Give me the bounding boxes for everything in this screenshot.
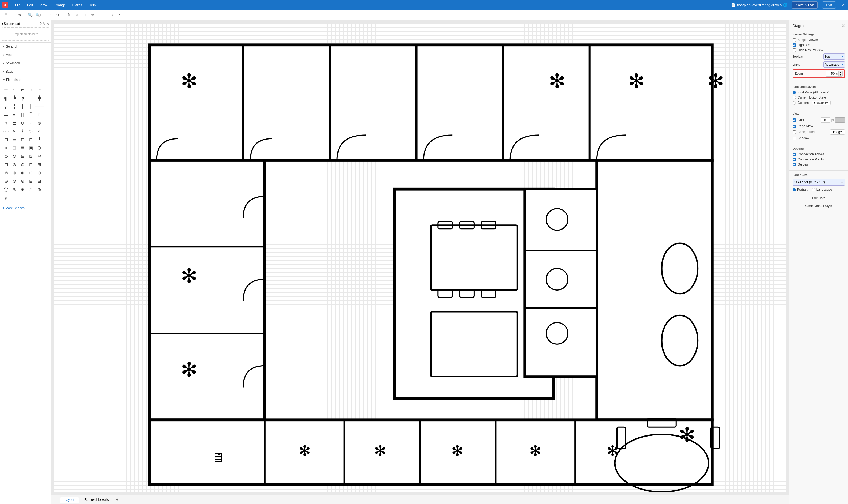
zoom-up-btn[interactable]: ▲	[838, 71, 842, 74]
shape-item[interactable]: ⊞	[35, 161, 43, 168]
image-btn[interactable]: Image	[830, 129, 845, 135]
shape-item[interactable]: - - -	[2, 127, 10, 135]
shape-item[interactable]: ⊡	[27, 161, 35, 168]
shape-item[interactable]: ⎈	[2, 144, 10, 151]
shape-item[interactable]: ▬	[2, 111, 10, 119]
shape-item[interactable]: ⊕	[35, 119, 43, 127]
edit-data-btn[interactable]: Edit Data	[789, 194, 848, 202]
sidebar-misc-header[interactable]: ▶ Misc	[0, 51, 51, 59]
background-checkbox[interactable]	[793, 130, 796, 134]
page-view-checkbox[interactable]	[793, 125, 796, 128]
shape-item[interactable]: ⊡	[19, 136, 26, 143]
shape-item[interactable]: ⊙	[35, 169, 43, 177]
high-res-checkbox[interactable]	[793, 49, 796, 52]
scratchpad-edit-icon[interactable]: ✎	[42, 22, 45, 26]
shape-item[interactable]: ◍	[35, 185, 43, 193]
zoom-value-input[interactable]	[826, 71, 836, 76]
menu-edit[interactable]: Edit	[24, 2, 36, 8]
shape-item[interactable]: ⊛	[2, 177, 10, 185]
shape-item[interactable]: ❄	[2, 169, 10, 177]
shape-item[interactable]: ⊙	[2, 152, 10, 160]
shape-item[interactable]: ⌒	[27, 111, 35, 119]
shape-item[interactable]: └	[35, 86, 43, 93]
more-shapes-btn[interactable]: + More Shapes...	[0, 204, 51, 212]
scratchpad-help-icon[interactable]: ?	[40, 22, 41, 26]
shape-item[interactable]: ⌣	[27, 119, 35, 127]
eraser-btn[interactable]: ◻	[81, 11, 88, 19]
shape-item[interactable]: ⊠	[27, 152, 35, 160]
shape-item[interactable]: ▤	[19, 144, 26, 151]
shape-item[interactable]: ⊞	[19, 152, 26, 160]
grid-value-input[interactable]	[821, 117, 830, 123]
shape-item[interactable]: ⊘	[19, 161, 26, 168]
tab-menu-btn[interactable]: ⋮	[53, 497, 59, 503]
connection-points-checkbox[interactable]	[793, 158, 796, 161]
shape-item[interactable]: ⊙	[27, 169, 35, 177]
menu-view[interactable]: View	[37, 2, 50, 8]
pencil-btn[interactable]: ✏	[89, 11, 97, 19]
grid-checkbox[interactable]	[793, 119, 796, 122]
shape-item[interactable]: ◯	[2, 185, 10, 193]
shape-item[interactable]: ∩	[2, 119, 10, 127]
shape-item[interactable]: ≡	[11, 111, 18, 119]
shape-item[interactable]: ≈	[11, 127, 18, 135]
exit-button[interactable]: Exit	[822, 1, 836, 8]
shape-item[interactable]: ⊟	[2, 136, 10, 143]
simple-viewer-checkbox[interactable]	[793, 38, 796, 42]
scratchpad-close-icon[interactable]: ✕	[46, 22, 49, 26]
line-btn[interactable]: —	[97, 11, 105, 19]
zoom-in-btn[interactable]: 🔍+	[35, 11, 42, 19]
shape-item[interactable]: ╦	[2, 103, 10, 110]
customize-btn[interactable]: Customize	[812, 101, 831, 105]
paper-size-select[interactable]: US-Letter (8.5" x 11") A4 A3 Legal	[793, 179, 845, 185]
shape-item[interactable]: ⌐	[19, 86, 26, 93]
shape-item[interactable]: ⊓	[35, 111, 43, 119]
format-btn[interactable]: ☰	[2, 11, 10, 19]
shape-item[interactable]: ⊡	[2, 161, 10, 168]
right-panel-close-btn[interactable]: ✕	[841, 23, 845, 28]
shape-item[interactable]: ═══	[35, 103, 43, 110]
toolbar-select[interactable]: Top Bottom Left Right None	[823, 53, 845, 60]
shape-item[interactable]: △	[35, 127, 43, 135]
radio-custom[interactable]	[793, 101, 796, 105]
shape-item[interactable]: ⊞	[27, 177, 35, 185]
zoom-input[interactable]	[10, 12, 26, 18]
shape-item[interactable]: ┼	[27, 94, 35, 102]
tab-layout[interactable]: Layout	[60, 497, 79, 503]
portrait-radio[interactable]	[793, 188, 796, 192]
shape-item[interactable]: 🛢	[35, 136, 43, 143]
shape-item[interactable]: ⊚	[11, 152, 18, 160]
connection-arrows-checkbox[interactable]	[793, 152, 796, 156]
tab-removable-walls[interactable]: Removable walls	[80, 497, 114, 503]
shape-item[interactable]: ┤	[11, 86, 18, 93]
clear-default-style-btn[interactable]: Clear Default Style	[789, 202, 848, 210]
shape-item[interactable]: ◌	[27, 185, 35, 193]
shape-item[interactable]: ╗	[2, 94, 10, 102]
radio-current-state[interactable]	[793, 96, 796, 100]
floorplan-drawing[interactable]: ✻ ✻ ✻ ✻ ✻ ✻ ✻	[54, 23, 786, 492]
canvas-area[interactable]: ✻ ✻ ✻ ✻ ✻ ✻ ✻	[51, 20, 789, 495]
shape-item[interactable]: ⊙	[11, 161, 18, 168]
sidebar-advanced-header[interactable]: ▶ Advanced	[0, 59, 51, 67]
shape-item[interactable]: ▷	[27, 127, 35, 135]
shape-item[interactable]: ┃	[27, 103, 35, 110]
sidebar-general-header[interactable]: ▶ General	[0, 42, 51, 51]
zoom-down-btn[interactable]: ▼	[838, 74, 842, 76]
plus-btn[interactable]: +	[124, 11, 132, 19]
add-tab-btn[interactable]: +	[115, 497, 120, 503]
sidebar-floorplans-header[interactable]: ▼ Floorplans	[0, 76, 51, 84]
shape-item[interactable]: ▣	[27, 144, 35, 151]
shape-item[interactable]: ⊟	[11, 144, 18, 151]
guides-checkbox[interactable]	[793, 163, 796, 166]
shape-item[interactable]: ⊝	[19, 177, 26, 185]
shape-item[interactable]: ⣿	[19, 111, 26, 119]
canvas[interactable]: ✻ ✻ ✻ ✻ ✻ ✻ ✻	[54, 23, 786, 492]
shape-item[interactable]: ⊗	[19, 169, 26, 177]
menu-arrange[interactable]: Arrange	[51, 2, 68, 8]
shape-item[interactable]: │	[19, 103, 26, 110]
delete-btn[interactable]: 🗑	[65, 11, 72, 19]
shape-item[interactable]: ⌇	[19, 127, 26, 135]
shape-item[interactable]: ⊞	[27, 136, 35, 143]
shape-item[interactable]: ⬡	[35, 144, 43, 151]
shape-item[interactable]: ╬	[35, 94, 43, 102]
